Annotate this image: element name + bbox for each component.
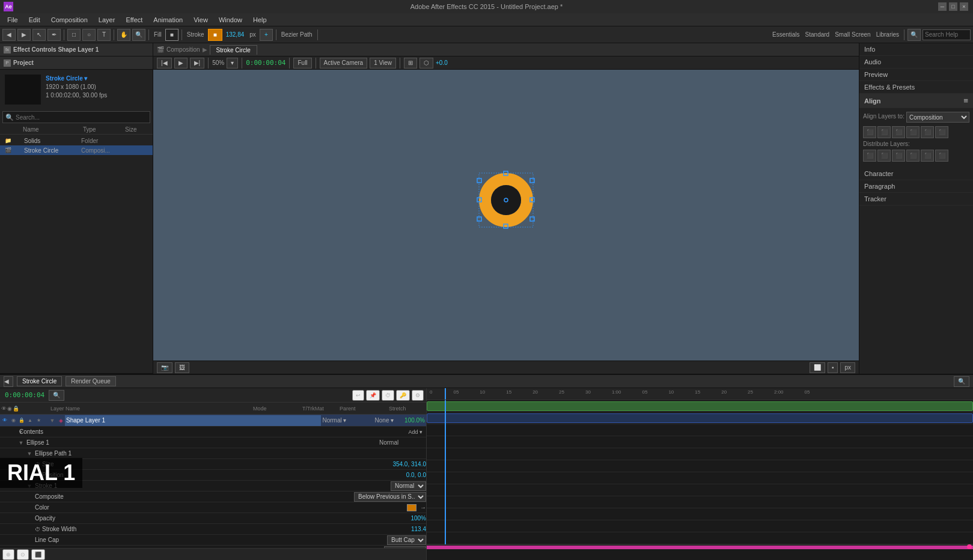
character-section[interactable]: Character (859, 168, 973, 180)
layer-row-color[interactable]: Color → (0, 502, 426, 513)
toolbar-btn-pen[interactable]: ✒ (47, 29, 61, 41)
close-btn[interactable]: × (960, 2, 968, 11)
dist-top-btn[interactable]: ⬛ (906, 150, 920, 162)
layer-row-ellipse1[interactable]: ▼ Ellipse 1 Normal (0, 437, 426, 448)
layer-row-composite[interactable]: Composite Below Previous in S... (0, 492, 426, 502)
menu-animation[interactable]: Animation (148, 15, 188, 25)
snapshot-btn[interactable]: 📷 (157, 362, 172, 373)
search-btn[interactable]: 🔍 (907, 29, 921, 41)
dist-left-btn[interactable]: ⬛ (863, 150, 876, 162)
tl-search-btn[interactable]: 🔍 (954, 376, 969, 387)
align-target-dropdown[interactable]: Composition (906, 112, 969, 123)
menu-window[interactable]: Window (214, 15, 247, 25)
menu-view[interactable]: View (189, 15, 213, 25)
dist-center-h-btn[interactable]: ⬛ (877, 150, 891, 162)
align-top-btn[interactable]: ⬛ (906, 126, 920, 138)
composite-dropdown[interactable]: Below Previous in S... (354, 492, 426, 502)
project-item-solids[interactable]: 📁 Solids Folder (0, 136, 153, 145)
menu-layer[interactable]: Layer (94, 15, 120, 25)
linecap-dropdown[interactable]: Butt Cap (387, 535, 426, 545)
tl-ctrl-1[interactable]: ↩ (352, 390, 364, 401)
layer-row-strokewidth[interactable]: ⏱ Stroke Width 113.4 (0, 524, 426, 535)
fill-color-btn[interactable]: ■ (165, 29, 178, 41)
menu-help[interactable]: Help (248, 15, 272, 25)
dist-center-v-btn[interactable]: ⬛ (921, 150, 934, 162)
ellipsepath1-expand-arrow[interactable]: ▼ (25, 451, 34, 457)
zoom-dropdown-btn[interactable]: ▾ (227, 58, 238, 68)
restore-btn[interactable]: □ (949, 2, 957, 11)
viewer-btn-next-frame[interactable]: ▶| (190, 58, 205, 68)
layer-lock-btn[interactable]: 🔒 (18, 417, 25, 424)
tl-bottom-btn1[interactable]: ⊕ (2, 549, 14, 560)
strokewidth-stopwatch[interactable]: ⏱ (34, 526, 41, 533)
layer-row-opacity[interactable]: Opacity 100% (0, 513, 426, 524)
preview-section[interactable]: Preview (859, 68, 973, 81)
color-arrow[interactable]: → (420, 504, 426, 511)
tl-collapse-btn[interactable]: ◀ (4, 376, 13, 387)
layer-qual-btn[interactable]: ★ (35, 417, 42, 424)
layer-mode-dropdown[interactable]: Normal ▾ (321, 417, 351, 424)
menu-file[interactable]: File (2, 15, 23, 25)
effects-presets-section[interactable]: Effects & Presets (859, 81, 973, 94)
toolbar-btn-ellipse[interactable]: ○ (82, 29, 96, 41)
checkerboard-btn[interactable]: ▪ (828, 362, 838, 373)
align-center-v-btn[interactable]: ⬛ (921, 126, 934, 138)
region-of-interest-btn[interactable]: ⬜ (810, 362, 825, 373)
scrubber-dot[interactable] (967, 544, 972, 549)
stroke1-mode-select[interactable]: Normal (391, 481, 426, 491)
tl-search-icon[interactable]: 🔍 (49, 390, 64, 401)
minimize-btn[interactable]: ─ (938, 2, 947, 11)
color-swatch[interactable] (407, 504, 416, 511)
tl-bottom-btn2[interactable]: ⊙ (17, 549, 29, 560)
menu-composition[interactable]: Composition (46, 15, 93, 25)
tl-ctrl-5[interactable]: ⚙ (412, 390, 424, 401)
toolbar-btn-text[interactable]: T (97, 29, 111, 41)
layer-row-shape1[interactable]: 👁 ◉ 🔒 ▲ ★ ▼ ◈ Normal ▾ No (0, 415, 426, 427)
viewer-btn-play[interactable]: ▶ (174, 58, 188, 68)
timeline-tab-strokecircle[interactable]: Stroke Circle (17, 376, 62, 386)
timeline-scrubber[interactable] (427, 544, 973, 549)
project-item-strokecircle[interactable]: 🎬 Stroke Circle Composi... (0, 145, 153, 155)
playhead[interactable] (445, 388, 446, 400)
tl-bottom-btn3[interactable]: ⬛ (31, 549, 45, 560)
toolbar-btn-1[interactable]: ◀ (2, 29, 16, 41)
stroke-add-btn[interactable]: + (260, 29, 273, 41)
viewer-quality-btn[interactable]: Full (293, 58, 311, 68)
stroke-color-btn[interactable]: ■ (208, 29, 222, 41)
toolbar-btn-select[interactable]: ↖ (32, 29, 46, 41)
ellipse1-expand-arrow[interactable]: ▼ (17, 440, 25, 446)
active-camera-btn[interactable]: Active Camera (320, 58, 368, 68)
align-bottom-btn[interactable]: ⬛ (935, 126, 948, 138)
dist-right-btn[interactable]: ⬛ (892, 150, 905, 162)
project-search-input[interactable] (16, 114, 147, 121)
menu-edit[interactable]: Edit (24, 15, 45, 25)
layer-eye-btn[interactable]: 👁 (1, 417, 8, 424)
layer-expand-arrow[interactable]: ▼ (48, 418, 56, 424)
comp-tab-strokecircle[interactable]: Stroke Circle (210, 45, 257, 55)
tl-ctrl-4[interactable]: 🔑 (396, 390, 410, 401)
layer-solo-btn[interactable]: ◉ (10, 417, 17, 424)
timeline-tab-renderqueue[interactable]: Render Queue (66, 376, 116, 386)
dist-bottom-btn[interactable]: ⬛ (935, 150, 948, 162)
contents-expand-arrow[interactable]: ▼ (8, 429, 18, 435)
show-snapshot-btn[interactable]: 🖼 (175, 362, 189, 373)
menu-effect[interactable]: Effect (121, 15, 147, 25)
audio-section[interactable]: Audio (859, 56, 973, 68)
layer-row-linecap[interactable]: Line Cap Butt Cap (0, 535, 426, 546)
layer-collapse-btn[interactable]: ▲ (26, 417, 34, 424)
toolbar-btn-2[interactable]: ▶ (17, 29, 31, 41)
tl-ctrl-3[interactable]: ⏱ (382, 390, 394, 401)
toolbar-btn-hand[interactable]: ✋ (117, 29, 130, 41)
align-expand-btn[interactable]: ≡ (963, 96, 968, 105)
layer-name-input[interactable] (65, 415, 321, 426)
layer-row-contents[interactable]: ▼ Contents Add ▾ (0, 427, 426, 437)
add-btn[interactable]: Add ▾ (408, 429, 426, 435)
viewer-mask-btn[interactable]: ⬡ (419, 58, 433, 68)
paragraph-section[interactable]: Paragraph (859, 180, 973, 193)
align-center-h-btn[interactable]: ⬛ (877, 126, 891, 138)
info-section[interactable]: Info (859, 43, 973, 56)
toolbar-btn-rect[interactable]: □ (67, 29, 81, 41)
align-left-btn[interactable]: ⬛ (863, 126, 876, 138)
viewer-grid-btn[interactable]: ⊞ (404, 58, 417, 68)
search-input[interactable] (923, 29, 971, 40)
